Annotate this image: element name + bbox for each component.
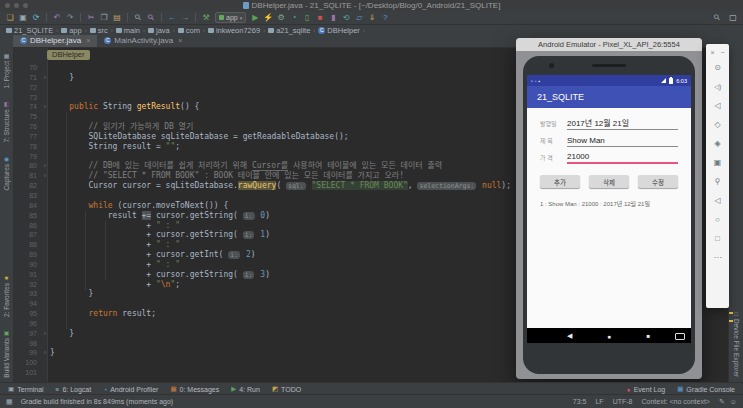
rotate-left-icon[interactable]: ◇ bbox=[706, 115, 729, 134]
fold-marker-icon bbox=[40, 142, 50, 152]
phone-screen[interactable]: ▫◦▪ 6:03 21_SQLITE 발행일2017년 12월 21일제 목Sh… bbox=[527, 75, 691, 343]
gradle-sync-icon[interactable]: ⟲ bbox=[340, 12, 352, 23]
breadcrumb-item-main[interactable]: main bbox=[116, 26, 140, 35]
emulator-close-icon[interactable]: × bbox=[710, 49, 714, 56]
breadcrumb-item-app[interactable]: app bbox=[61, 26, 82, 35]
line-number: 92 bbox=[13, 280, 40, 290]
hector-inspector-icon[interactable]: ☺ bbox=[730, 398, 737, 406]
tool-window-button-gradle-console[interactable]: ▦Gradle Console bbox=[677, 385, 735, 393]
caret-position[interactable]: 73:5 bbox=[573, 398, 587, 405]
tool-strip-button-captures[interactable]: Captures◉ bbox=[3, 155, 10, 190]
field-input-2[interactable]: Show Man bbox=[567, 136, 678, 147]
fold-marker-icon bbox=[40, 132, 50, 142]
tool-strip-button-7-structure[interactable]: 7: Structure◧ bbox=[3, 100, 10, 143]
tool-strip-button-build-variants[interactable]: Build Variants▣ bbox=[3, 329, 10, 378]
toolbar-separator bbox=[46, 13, 47, 22]
breadcrumb-item-src[interactable]: src bbox=[90, 26, 108, 35]
volume-up-icon[interactable]: ◁) bbox=[706, 77, 729, 96]
rotate-right-icon[interactable]: ◈ bbox=[706, 134, 729, 153]
breadcrumb-item-21_sqlite[interactable]: 21_SQLITE bbox=[6, 26, 53, 35]
tool-window-button-todo[interactable]: ◩TODO bbox=[272, 385, 301, 393]
line-separator-indicator[interactable]: LF bbox=[595, 398, 603, 405]
run-icon[interactable]: ▶ bbox=[249, 12, 261, 23]
sync-icon[interactable]: ⟳ bbox=[30, 12, 42, 23]
device-monitor-icon[interactable]: ▯ bbox=[301, 12, 313, 23]
forward-icon[interactable]: → bbox=[179, 12, 191, 23]
tool-window-button-android-profiler[interactable]: ◔Android Profiler bbox=[103, 385, 158, 393]
fold-marker-icon[interactable]: ˅ bbox=[40, 102, 50, 112]
breadcrumb-item-inkweon7269[interactable]: inkweon7269 bbox=[208, 26, 260, 35]
emulator-minimize-icon[interactable]: − bbox=[721, 49, 725, 56]
minimize-window-icon[interactable] bbox=[14, 3, 19, 8]
copy-icon[interactable]: ❐ bbox=[98, 12, 110, 23]
zoom-window-icon[interactable] bbox=[23, 3, 28, 8]
tool-strip-button-1-project[interactable]: 1: Project▦ bbox=[3, 52, 10, 88]
app-button-수정[interactable]: 수정 bbox=[638, 175, 678, 188]
profiler-icon[interactable]: ◔ bbox=[288, 12, 300, 23]
tool-window-button-run[interactable]: ▶4: Run bbox=[231, 385, 260, 393]
fold-marker-icon[interactable]: ˄ bbox=[40, 348, 50, 358]
tool-window-button-event-log[interactable]: ●Event Log bbox=[627, 385, 665, 393]
breadcrumb-item-java[interactable]: java bbox=[148, 26, 170, 35]
keyboard-icon[interactable] bbox=[675, 333, 685, 340]
more-icon[interactable]: ⋯ bbox=[706, 248, 729, 267]
editor-breadcrumb-tag[interactable]: DBHelper bbox=[47, 50, 90, 60]
avd-manager-icon[interactable]: ▱ bbox=[353, 12, 365, 23]
attach-debugger-icon[interactable]: ⚙ bbox=[275, 12, 287, 23]
fold-marker-icon[interactable]: ˄ bbox=[40, 73, 50, 83]
field-input-1[interactable]: 2017년 12월 21일 bbox=[567, 117, 678, 130]
paste-icon[interactable]: ▤ bbox=[111, 12, 123, 23]
fold-marker-icon[interactable]: ˄ bbox=[40, 329, 50, 339]
sdk-manager-icon[interactable]: ⇓ bbox=[366, 12, 378, 23]
tab-label: DBHelper.java bbox=[30, 36, 81, 45]
run-config-select[interactable]: app▾ bbox=[215, 12, 246, 23]
app-button-삭제[interactable]: 삭제 bbox=[589, 175, 629, 188]
back-button[interactable]: ◀ bbox=[567, 332, 572, 340]
redo-icon[interactable]: ↷ bbox=[64, 12, 76, 23]
screenshot-icon[interactable]: ▣ bbox=[706, 153, 729, 172]
toolwindow-switcher-icon[interactable]: ▦ bbox=[6, 398, 13, 406]
save-all-icon[interactable]: ▣ bbox=[17, 12, 29, 23]
undo-icon[interactable]: ↶ bbox=[51, 12, 63, 23]
open-folder-icon[interactable]: ❏ bbox=[4, 12, 16, 23]
app-button-추가[interactable]: 추가 bbox=[540, 175, 580, 188]
volume-down-icon[interactable]: ◁ bbox=[706, 96, 729, 115]
field-input-3[interactable]: 21000 bbox=[567, 152, 678, 164]
left-tool-strip: 1: Project▦7: Structure◧Captures◉ 2: Fav… bbox=[0, 47, 14, 383]
help-icon[interactable]: ? bbox=[379, 12, 391, 23]
tab-dbhelper-java[interactable]: CDBHelper.java× bbox=[13, 34, 97, 47]
close-window-icon[interactable] bbox=[5, 3, 10, 8]
breadcrumb-item-com[interactable]: com bbox=[178, 26, 200, 35]
tool-window-button-messages[interactable]: ▦0: Messages bbox=[170, 385, 219, 393]
overview-button[interactable]: ■ bbox=[647, 333, 651, 339]
back-icon[interactable]: ← bbox=[166, 12, 178, 23]
cut-icon[interactable]: ✂ bbox=[85, 12, 97, 23]
breadcrumb-item-dbhelper[interactable]: CDBHelper bbox=[318, 26, 360, 35]
close-tab-icon[interactable]: × bbox=[86, 37, 90, 44]
messages-icon: ▦ bbox=[170, 385, 176, 393]
encoding-indicator[interactable]: UTF-8 bbox=[613, 398, 633, 405]
build-icon[interactable]: ⚒ bbox=[200, 12, 212, 23]
tab-mainactivity-java[interactable]: CMainActivity.java× bbox=[97, 34, 189, 47]
apply-changes-icon[interactable]: ⚡ bbox=[262, 12, 274, 23]
back-icon[interactable]: ◁ bbox=[706, 191, 729, 210]
home-icon[interactable]: ○ bbox=[706, 210, 729, 229]
fold-marker-icon[interactable]: ˅ bbox=[40, 161, 50, 171]
context-indicator[interactable]: Context: <no context> bbox=[641, 398, 710, 405]
fold-marker-icon[interactable]: ˅ bbox=[40, 171, 50, 181]
breadcrumb-item-a21_sqlite[interactable]: a21_sqlite bbox=[268, 26, 310, 35]
power-icon[interactable]: ⊙ bbox=[706, 58, 729, 77]
tool-window-button-terminal[interactable]: ▣Terminal bbox=[8, 385, 44, 393]
tool-strip-button-2-favorites[interactable]: 2: Favorites★ bbox=[3, 274, 10, 317]
overview-icon[interactable]: □ bbox=[706, 229, 729, 248]
home-button[interactable]: ● bbox=[607, 332, 611, 339]
device-file-explorer-button[interactable]: □ Device File Explorer bbox=[733, 311, 740, 377]
ide-settings-icon[interactable]: ▢ bbox=[727, 12, 739, 23]
tool-window-button-logcat[interactable]: ≡6: Logcat bbox=[56, 385, 92, 393]
zoom-icon[interactable]: ⚲ bbox=[706, 172, 729, 191]
profile-icon[interactable]: ▮ bbox=[327, 12, 339, 23]
emulator-titlebar[interactable]: Android Emulator - Pixel_XL_API_26:5554 bbox=[516, 38, 702, 51]
stop-icon[interactable]: ■ bbox=[314, 12, 326, 23]
close-tab-icon[interactable]: × bbox=[178, 37, 182, 44]
write-lock-icon[interactable]: ✎ bbox=[719, 398, 725, 406]
